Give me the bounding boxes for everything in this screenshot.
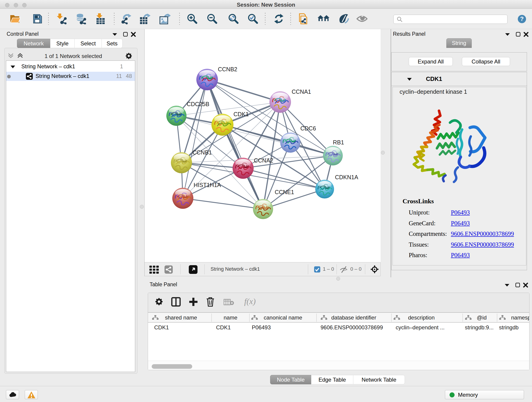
svg-text:?: ? [520,15,524,22]
svg-text:HIST1H1A: HIST1H1A [194,182,221,188]
svg-text:CCNA2: CCNA2 [254,157,273,164]
svg-text:CDC6: CDC6 [300,125,316,132]
svg-text:CDKN1A: CDKN1A [335,174,358,180]
svg-text:CDK1: CDK1 [234,111,249,117]
svg-text:CCNE1: CCNE1 [275,189,294,195]
svg-text:CCNA1: CCNA1 [292,89,311,95]
svg-text:CCNB2: CCNB2 [218,66,237,72]
svg-text:CDC25B: CDC25B [187,101,209,107]
svg-text:CCNB1: CCNB1 [192,149,212,156]
svg-text:RB1: RB1 [333,139,344,146]
